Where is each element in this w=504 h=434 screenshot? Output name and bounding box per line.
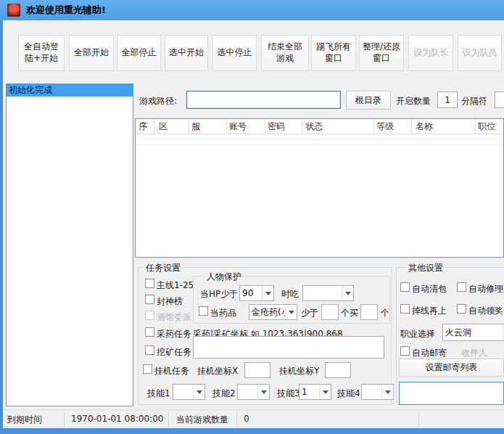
col-header-password[interactable]: 密码 xyxy=(268,119,285,134)
skill1-combo[interactable] xyxy=(173,384,205,400)
col-header-name[interactable]: 名称 xyxy=(416,119,433,134)
checkbox-auto-mail[interactable] xyxy=(400,346,410,356)
list-item-init-done[interactable]: 初始化完成 xyxy=(7,84,133,97)
app-window: 欢迎使用重光辅助! 全自动登陆+开始 全部开始 全部停止 选中开始 选中停止 结… xyxy=(0,0,504,434)
button-start-selected[interactable]: 选中开始 xyxy=(165,35,208,71)
less-than-label: 少于 xyxy=(301,307,318,319)
medicine-combo[interactable]: 金疮药(小 xyxy=(249,304,297,320)
checkbox-mine-task[interactable] xyxy=(145,345,154,355)
column-separator xyxy=(373,120,374,133)
column-separator xyxy=(154,120,154,133)
statusbar-separator xyxy=(236,412,237,427)
hang-coord-y-input[interactable] xyxy=(325,362,351,378)
title-bar[interactable]: 欢迎使用重光辅助! xyxy=(0,0,504,20)
column-separator xyxy=(302,120,302,133)
checkbox-auto-claim[interactable] xyxy=(457,304,466,314)
checkbox-hang-task-label: 挂机任务 xyxy=(154,365,189,377)
checkbox-mainline-label: 主线1-25 xyxy=(157,279,194,292)
checkbox-mainline[interactable] xyxy=(145,279,154,288)
open-count-input[interactable] xyxy=(437,91,458,108)
chevron-down-icon[interactable] xyxy=(262,286,273,300)
expire-time-value: 1970-01-01 08:00:00 xyxy=(71,414,163,424)
skill2-combo[interactable] xyxy=(237,384,270,400)
open-count-label: 开启数量 xyxy=(396,95,431,107)
hp-threshold-combo[interactable]: 90 xyxy=(239,285,274,301)
button-arrange-restore[interactable]: 整理/还原窗口 xyxy=(359,35,404,71)
game-count-label: 当前游戏数量 xyxy=(176,414,228,426)
game-path-label: 游戏路径: xyxy=(139,95,177,107)
checkbox-fengshen[interactable] xyxy=(145,295,154,304)
status-listbox[interactable]: 初始化完成 xyxy=(6,83,133,406)
col-header-index[interactable]: 序 xyxy=(139,119,147,134)
grid-line xyxy=(136,139,503,140)
col-header-level[interactable]: 等级 xyxy=(376,119,394,134)
chevron-down-icon[interactable] xyxy=(381,385,393,399)
col-header-status[interactable]: 状态 xyxy=(305,119,323,134)
window-border-bottom xyxy=(0,428,504,434)
button-auto-login-start[interactable]: 全自动登陆+开始 xyxy=(18,35,65,71)
accounts-table[interactable]: 序 区 服 账号 密码 状态 等级 名称 职位 xyxy=(135,118,504,258)
hang-coord-x-input[interactable] xyxy=(244,362,270,378)
button-set-member[interactable]: 设为队员 xyxy=(458,35,502,71)
job-select-combo[interactable]: 火云洞 xyxy=(442,324,504,341)
buy-count-input[interactable] xyxy=(360,304,378,320)
button-stop-selected[interactable]: 选中停止 xyxy=(212,35,257,71)
col-header-job[interactable]: 职位 xyxy=(478,119,495,134)
checkbox-tavern-label: 酒馆委派 xyxy=(157,311,191,324)
medicine-min-input[interactable] xyxy=(321,304,339,320)
mail-list-button[interactable]: 设置邮寄列表 xyxy=(399,359,504,377)
separator-input[interactable] xyxy=(495,91,504,108)
checkbox-hang-task[interactable] xyxy=(143,364,152,374)
button-start-all[interactable]: 全部开始 xyxy=(69,35,114,71)
hang-coord-x-label: 挂机坐标X xyxy=(197,365,238,377)
skill3-combo[interactable]: 1 xyxy=(299,384,331,400)
medicine-label: 当药品 xyxy=(210,307,236,319)
checkbox-auto-mail-label: 自动邮寄 xyxy=(412,347,447,359)
col-header-region[interactable]: 区 xyxy=(159,119,168,134)
col-header-account[interactable]: 账号 xyxy=(229,119,247,134)
job-select-label: 职业选择 xyxy=(400,328,435,340)
chevron-down-icon[interactable] xyxy=(342,286,353,300)
coords-input[interactable] xyxy=(193,336,384,359)
app-icon xyxy=(7,4,20,17)
button-set-leader[interactable]: 设为队长 xyxy=(408,35,453,71)
checkbox-auto-repair-label: 自动修理 xyxy=(468,283,503,295)
button-stop-all[interactable]: 全部停止 xyxy=(117,35,161,71)
recipient-label: 收件人 xyxy=(461,347,487,359)
hang-coord-y-label: 挂机坐标Y xyxy=(279,365,319,377)
button-end-all-games[interactable]: 结束全部游戏 xyxy=(261,35,309,71)
unit-label: 个 xyxy=(381,307,389,319)
checkbox-herb-task[interactable] xyxy=(145,327,154,337)
chevron-down-icon[interactable] xyxy=(285,305,297,319)
game-path-input[interactable] xyxy=(186,91,341,109)
window-title: 欢迎使用重光辅助! xyxy=(26,4,106,17)
skill4-label: 技能4 xyxy=(337,388,360,400)
chevron-down-icon[interactable] xyxy=(257,385,269,399)
skill4-combo[interactable] xyxy=(361,384,394,400)
skill3-label: 技能3 xyxy=(277,388,300,400)
checkbox-medicine[interactable] xyxy=(199,306,208,316)
chevron-down-icon[interactable] xyxy=(193,385,205,399)
header-divider xyxy=(136,134,503,134)
statusbar-separator xyxy=(64,412,65,427)
checkbox-auto-repair[interactable] xyxy=(457,282,466,292)
eat-item-combo[interactable] xyxy=(302,285,354,301)
checkbox-herb-task-label: 采药任务 xyxy=(157,328,191,340)
other-settings-title: 其他设置 xyxy=(406,262,445,274)
button-kick-all-windows[interactable]: 踢飞所有窗口 xyxy=(311,35,356,71)
chevron-down-icon[interactable] xyxy=(319,385,331,399)
status-bar: 到期时间 1970-01-01 08:00:00 当前游戏数量 0 xyxy=(3,409,504,428)
root-dir-button[interactable]: 根目录 xyxy=(346,91,391,110)
checkbox-reconnect-label: 掉线再上 xyxy=(412,305,447,317)
checkbox-tavern[interactable] xyxy=(145,311,154,320)
checkbox-reconnect[interactable] xyxy=(400,304,410,314)
column-separator xyxy=(189,120,189,133)
checkbox-mine-task-label: 挖矿任务 xyxy=(157,346,191,359)
checkbox-auto-clean[interactable] xyxy=(400,282,410,292)
col-header-server[interactable]: 服 xyxy=(191,119,200,134)
buy-label: 个买 xyxy=(341,307,358,319)
statusbar-separator xyxy=(168,412,169,427)
mail-list-box[interactable] xyxy=(399,382,504,405)
column-separator xyxy=(411,120,412,133)
window-border-left xyxy=(0,20,3,428)
